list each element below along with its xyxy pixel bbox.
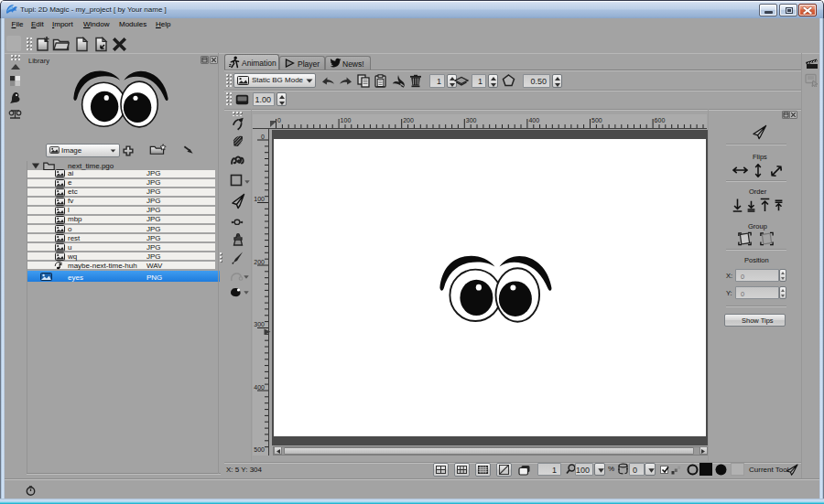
svg-text:400: 400 <box>528 117 539 123</box>
svg-text:600: 600 <box>655 117 666 123</box>
svg-text:0: 0 <box>261 134 265 140</box>
svg-text:0: 0 <box>277 117 281 123</box>
svg-text:500: 500 <box>254 446 265 453</box>
svg-text:100: 100 <box>341 117 352 123</box>
svg-text:300: 300 <box>254 321 265 327</box>
svg-text:500: 500 <box>591 117 602 123</box>
svg-text:200: 200 <box>254 259 265 265</box>
svg-text:200: 200 <box>403 117 414 123</box>
svg-text:300: 300 <box>466 117 477 123</box>
svg-text:400: 400 <box>254 384 265 391</box>
svg-text:100: 100 <box>254 196 265 202</box>
